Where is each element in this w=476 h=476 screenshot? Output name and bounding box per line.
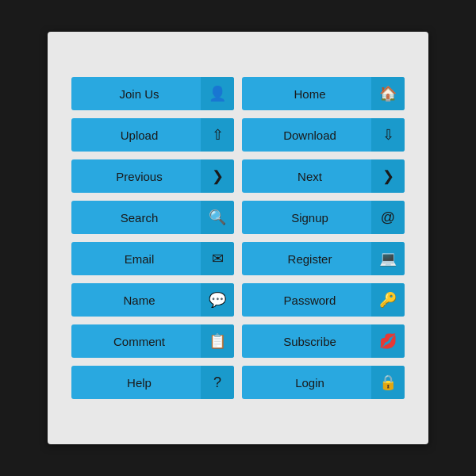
help-button-icon: ? bbox=[201, 366, 234, 399]
next-button[interactable]: Next❯ bbox=[242, 159, 405, 193]
register-button[interactable]: Register💻 bbox=[242, 242, 405, 275]
password-button-label: Password bbox=[242, 294, 371, 307]
home-button-label: Home bbox=[242, 87, 371, 101]
signup-button-icon: @ bbox=[371, 201, 405, 234]
comment-button[interactable]: Comment📋 bbox=[71, 324, 234, 358]
next-button-label: Next bbox=[242, 170, 371, 183]
subscribe-button[interactable]: Subscribe💋 bbox=[242, 324, 405, 358]
search-button-icon: 🔍 bbox=[201, 201, 234, 234]
download-button-icon: ⇩ bbox=[371, 118, 405, 152]
next-button-icon: ❯ bbox=[371, 159, 405, 193]
join-us-button[interactable]: Join Us👤 bbox=[71, 77, 234, 110]
email-button[interactable]: Email✉ bbox=[71, 242, 234, 275]
upload-button[interactable]: Upload⇧ bbox=[71, 118, 234, 152]
email-button-icon: ✉ bbox=[201, 242, 234, 275]
join-us-button-icon: 👤 bbox=[201, 77, 234, 110]
home-button-icon: 🏠 bbox=[371, 77, 405, 110]
subscribe-button-icon: 💋 bbox=[371, 324, 405, 358]
upload-button-label: Upload bbox=[71, 129, 201, 142]
join-us-button-label: Join Us bbox=[71, 87, 201, 101]
name-button[interactable]: Name💬 bbox=[71, 283, 234, 317]
subscribe-button-label: Subscribe bbox=[242, 335, 371, 348]
home-button[interactable]: Home🏠 bbox=[242, 77, 405, 110]
register-button-icon: 💻 bbox=[371, 242, 405, 275]
login-button-icon: 🔒 bbox=[371, 366, 405, 399]
password-button-icon: 🔑 bbox=[371, 283, 405, 317]
search-button-label: Search bbox=[71, 211, 201, 225]
download-button-label: Download bbox=[242, 129, 371, 142]
search-button[interactable]: Search🔍 bbox=[71, 201, 234, 234]
previous-button-icon: ❯ bbox=[201, 159, 234, 193]
upload-button-icon: ⇧ bbox=[201, 118, 234, 152]
name-button-icon: 💬 bbox=[201, 283, 234, 317]
comment-button-label: Comment bbox=[71, 335, 201, 348]
help-button[interactable]: Help? bbox=[71, 366, 234, 399]
card: Join Us👤Home🏠Upload⇧Download⇩Previous❯Ne… bbox=[48, 32, 428, 444]
previous-button-label: Previous bbox=[71, 170, 201, 183]
comment-button-icon: 📋 bbox=[201, 324, 234, 358]
previous-button[interactable]: Previous❯ bbox=[71, 159, 234, 193]
email-button-label: Email bbox=[71, 252, 201, 266]
register-button-label: Register bbox=[242, 252, 371, 266]
signup-button-label: Signup bbox=[242, 211, 371, 225]
help-button-label: Help bbox=[71, 376, 201, 390]
login-button-label: Login bbox=[242, 376, 371, 390]
download-button[interactable]: Download⇩ bbox=[242, 118, 405, 152]
login-button[interactable]: Login🔒 bbox=[242, 366, 405, 399]
signup-button[interactable]: Signup@ bbox=[242, 201, 405, 234]
button-grid: Join Us👤Home🏠Upload⇧Download⇩Previous❯Ne… bbox=[48, 53, 428, 423]
password-button[interactable]: Password🔑 bbox=[242, 283, 405, 317]
name-button-label: Name bbox=[71, 294, 201, 307]
